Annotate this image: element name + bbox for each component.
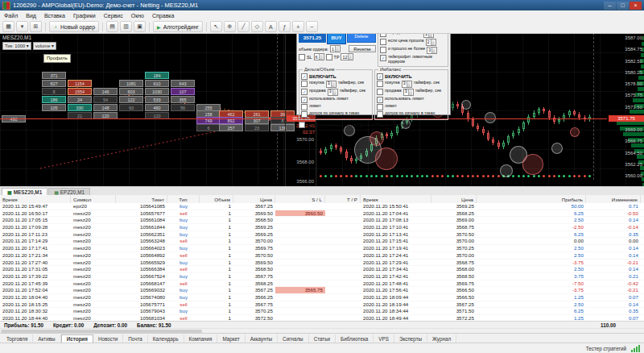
- column-header[interactable]: Тикет: [116, 195, 167, 203]
- volume-spinner[interactable]: 1: [330, 45, 341, 52]
- bottom-tab[interactable]: Аккаунты: [246, 334, 278, 343]
- bottom-tab[interactable]: Почта: [123, 334, 148, 343]
- close-button[interactable]: ×: [630, 2, 642, 10]
- table-row[interactable]: 2020.11.20 17:52:04mesz20105669032buy135…: [0, 287, 644, 294]
- text-icon[interactable]: A: [265, 21, 277, 32]
- stop-spinner[interactable]: 6: [314, 53, 324, 60]
- chart-list-icon[interactable]: ▾: [16, 21, 28, 32]
- table-row[interactable]: 2020.11.20 17:11:23mesz20105662351buy135…: [0, 231, 644, 239]
- table-row[interactable]: 2020.11.20 17:21:34mesz20105664892sell13…: [0, 252, 644, 260]
- stop-spinner[interactable]: 12: [341, 53, 353, 60]
- column-header[interactable]: Время: [361, 195, 431, 203]
- stop-checkbox[interactable]: [299, 54, 305, 60]
- bottom-tab[interactable]: Активы: [33, 334, 60, 343]
- option-checkbox[interactable]: [301, 81, 308, 87]
- zoom-in-icon[interactable]: +: [292, 21, 304, 32]
- new-chart-icon[interactable]: ▦: [2, 21, 14, 32]
- column-header[interactable]: Цена: [233, 195, 275, 203]
- option-checkbox[interactable]: [377, 89, 383, 95]
- column-header[interactable]: Цена: [431, 195, 477, 203]
- table-row[interactable]: 2020.11.20 17:09:28mesz20105661844buy135…: [0, 224, 644, 231]
- algo-trading-button[interactable]: ▶ Алготрейдинг: [153, 21, 203, 32]
- table-row[interactable]: 2020.11.20 18:15:25mesz20105675771sell13…: [0, 301, 644, 309]
- option-checkbox[interactable]: [377, 111, 383, 118]
- menu-item[interactable]: Графики: [69, 13, 100, 19]
- option-checkbox[interactable]: [377, 81, 383, 87]
- data-window-icon[interactable]: ▥: [120, 21, 132, 32]
- cursor-icon[interactable]: ↖: [210, 21, 222, 32]
- indicator-control[interactable]: volume ▾: [33, 42, 56, 50]
- bottom-tab[interactable]: Статьи: [309, 334, 336, 343]
- table-row[interactable]: 2020.11.20 15:49:47epz20105641085buy1356…: [0, 203, 644, 210]
- enable-checkbox[interactable]: [377, 73, 383, 80]
- table-row[interactable]: 2020.11.20 17:14:29mesz20105663248sell13…: [0, 238, 644, 245]
- bottom-tab[interactable]: История: [61, 334, 93, 343]
- table-row[interactable]: 2020.11.20 17:05:15mesz20105661084buy135…: [0, 217, 644, 224]
- option-checkbox[interactable]: [301, 111, 308, 118]
- column-header[interactable]: Символ: [71, 195, 116, 203]
- column-header[interactable]: S / L: [275, 195, 325, 203]
- option-checkbox[interactable]: [377, 97, 383, 103]
- table-row[interactable]: 2020.11.20 17:27:40mesz20105665929buy135…: [0, 260, 644, 267]
- minimize-button[interactable]: –: [604, 2, 616, 10]
- column-header[interactable]: Объем: [200, 195, 233, 203]
- menu-item[interactable]: Файл: [0, 13, 22, 19]
- menu-item[interactable]: Вид: [22, 13, 40, 19]
- maximize-button[interactable]: □: [617, 2, 629, 10]
- menu-item[interactable]: Сервис: [100, 13, 127, 19]
- new-order-button[interactable]: ＋ Новый ордер: [49, 21, 99, 32]
- navigator-icon[interactable]: ▣: [134, 21, 146, 32]
- bottom-tab[interactable]: Маркет: [217, 334, 245, 343]
- value-spinner[interactable]: 3: [427, 47, 437, 54]
- option-checkbox[interactable]: [380, 55, 386, 61]
- bottom-tab[interactable]: Компания: [184, 334, 218, 343]
- zoom-out-icon[interactable]: −: [306, 21, 318, 32]
- indicators-icon[interactable]: ƒ: [279, 21, 291, 32]
- column-header[interactable]: Изменение: [586, 195, 641, 203]
- table-row[interactable]: 2020.11.20 18:44:40mesz20105681034sell13…: [0, 315, 644, 321]
- reverse-button[interactable]: Reverse: [349, 45, 376, 52]
- option-checkbox[interactable]: [380, 39, 386, 45]
- value-spinner[interactable]: 3: [326, 81, 336, 88]
- table-row[interactable]: 2020.11.20 16:50:17mesz20105657677sell13…: [0, 210, 644, 218]
- bottom-tab[interactable]: Календарь: [148, 334, 184, 343]
- cluster-chart[interactable]: 3718278186105490115415542433021146541481…: [0, 33, 316, 186]
- bottom-tab[interactable]: Новости: [93, 334, 123, 343]
- strategy-tester-label[interactable]: Тестер стратегий: [586, 346, 626, 351]
- column-header[interactable]: Тип: [167, 195, 200, 203]
- bottom-tab[interactable]: Сигналы: [278, 334, 309, 343]
- option-checkbox[interactable]: [301, 97, 308, 103]
- profiles-icon[interactable]: ⊞: [30, 21, 42, 32]
- menu-item[interactable]: Справка: [148, 13, 178, 19]
- trendline-icon[interactable]: ╱: [237, 21, 250, 32]
- stop-checkbox[interactable]: [326, 54, 332, 60]
- table-row[interactable]: 2020.11.20 18:04:40mesz20105674080buy135…: [0, 294, 644, 301]
- value-spinner[interactable]: 3: [403, 89, 414, 96]
- option-checkbox[interactable]: [377, 104, 383, 110]
- table-row[interactable]: 2020.11.20 17:45:39mesz20105668147sell13…: [0, 280, 644, 288]
- value-spinner[interactable]: 3: [402, 81, 412, 88]
- option-checkbox[interactable]: [380, 47, 386, 53]
- column-header[interactable]: T / P: [325, 195, 361, 203]
- table-row[interactable]: 2020.11.20 17:39:22mesz20105667524buy135…: [0, 273, 644, 280]
- bottom-tab[interactable]: Журнал: [427, 334, 456, 343]
- table-row[interactable]: 2020.11.20 17:31:05mesz20105666384sell13…: [0, 266, 644, 273]
- indicator-control[interactable]: Тик: 1000 ▾: [2, 42, 31, 50]
- shapes-icon[interactable]: ◇: [251, 21, 263, 32]
- bottom-tab[interactable]: VPS: [374, 334, 394, 343]
- table-row[interactable]: 2020.11.20 18:30:32mesz20105679043buy135…: [0, 308, 644, 315]
- enable-checkbox[interactable]: [301, 73, 308, 80]
- price-scale[interactable]: 3587.003584.753582.503580.253578.003575.…: [607, 33, 644, 186]
- value-spinner[interactable]: 3: [328, 89, 338, 96]
- option-checkbox[interactable]: [301, 89, 308, 95]
- column-header[interactable]: Время: [0, 195, 71, 203]
- value-spinner[interactable]: 2: [426, 39, 436, 46]
- menu-item[interactable]: Окно: [127, 13, 148, 19]
- option-checkbox[interactable]: [301, 104, 308, 110]
- combined-signal-checkbox[interactable]: [299, 122, 305, 128]
- menu-item[interactable]: Вставка: [40, 13, 69, 19]
- market-watch-icon[interactable]: ▤: [106, 21, 118, 32]
- bottom-tab[interactable]: Библиотека: [336, 334, 374, 343]
- crosshair-icon[interactable]: ⊕: [224, 21, 236, 32]
- table-row[interactable]: 2020.11.20 17:17:41mesz20105664023buy135…: [0, 245, 644, 252]
